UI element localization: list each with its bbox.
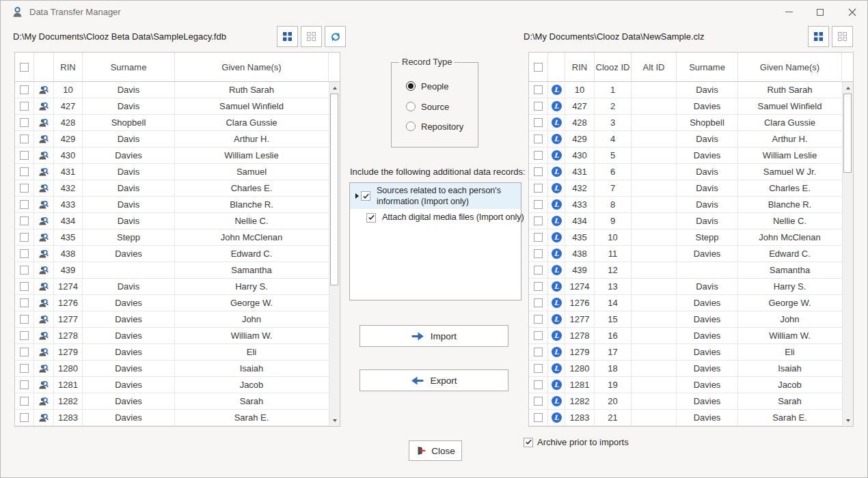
row-checkbox[interactable] [20, 85, 29, 94]
table-row[interactable]: 1278DaviesWilliam W. [15, 328, 340, 344]
table-row[interactable]: 429DavisArthur H. [15, 131, 340, 147]
table-row[interactable]: 4294DavisArthur H. [529, 131, 853, 147]
row-checkbox[interactable] [534, 233, 543, 242]
row-select-cell[interactable] [15, 377, 34, 393]
right-select-all-button[interactable] [808, 26, 829, 47]
row-checkbox[interactable] [20, 282, 29, 291]
row-checkbox[interactable] [20, 200, 29, 209]
scroll-up-button[interactable] [329, 82, 340, 94]
table-row[interactable]: 4272DaviesSamuel Winfield [529, 98, 853, 115]
row-select-cell[interactable] [15, 164, 34, 180]
row-select-cell[interactable] [15, 344, 34, 360]
row-checkbox[interactable] [534, 167, 543, 176]
table-row[interactable]: 128018DaviesIsaiah [529, 361, 853, 377]
row-checkbox[interactable] [20, 102, 29, 111]
row-checkbox[interactable] [534, 216, 543, 225]
row-select-cell[interactable] [15, 311, 34, 327]
table-row[interactable]: 1279DaviesEli [15, 344, 340, 361]
radio-source[interactable]: Source [406, 101, 449, 112]
row-checkbox[interactable] [20, 249, 29, 258]
export-button[interactable]: Export [360, 369, 508, 391]
row-checkbox[interactable] [534, 380, 543, 389]
row-checkbox[interactable] [534, 249, 543, 258]
left-refresh-button[interactable] [325, 26, 346, 47]
row-checkbox[interactable] [20, 118, 29, 127]
table-row[interactable]: 127614DaviesGeorge W. [529, 295, 853, 311]
table-row[interactable]: 127917DaviesEli [529, 344, 853, 361]
row-select-cell[interactable] [529, 279, 548, 294]
row-checkbox[interactable] [534, 364, 543, 373]
left-deselect-all-button[interactable] [301, 26, 322, 47]
table-row[interactable]: 4349DavisNellie C. [529, 213, 853, 229]
row-select-cell[interactable] [15, 229, 34, 245]
table-row[interactable]: 1281DaviesJacob [15, 377, 340, 393]
row-select-cell[interactable] [529, 197, 548, 212]
table-row[interactable]: 1274DavisHarry S. [15, 279, 340, 295]
table-row[interactable]: 128321DaviesSarah E. [529, 410, 853, 426]
table-row[interactable]: 43912Samantha [529, 262, 853, 279]
row-checkbox[interactable] [534, 200, 543, 209]
select-all-checkbox[interactable] [20, 63, 29, 72]
row-checkbox[interactable] [20, 348, 29, 356]
table-row[interactable]: 101DavisRuth Sarah [529, 82, 853, 98]
radio-circle[interactable] [406, 81, 416, 91]
left-select-all-button[interactable] [277, 26, 298, 47]
table-row[interactable]: 427DavisSamuel Winfield [15, 98, 340, 115]
row-select-cell[interactable] [529, 115, 548, 130]
row-checkbox[interactable] [20, 397, 29, 406]
row-checkbox[interactable] [20, 331, 29, 340]
row-checkbox[interactable] [20, 167, 29, 176]
row-checkbox[interactable] [534, 135, 543, 143]
radio-repository[interactable]: Repository [406, 121, 463, 132]
row-select-cell[interactable] [529, 147, 548, 163]
row-checkbox[interactable] [20, 364, 29, 373]
table-row[interactable]: 4283ShopbellClara Gussie [529, 115, 853, 131]
row-select-cell[interactable] [15, 361, 34, 376]
vertical-scrollbar[interactable] [842, 82, 853, 426]
row-checkbox[interactable] [20, 135, 29, 143]
row-checkbox[interactable] [20, 298, 29, 307]
row-select-cell[interactable] [15, 295, 34, 311]
row-checkbox[interactable] [20, 184, 29, 193]
minimize-button[interactable] [773, 1, 804, 23]
row-select-cell[interactable] [529, 180, 548, 196]
list-item-media[interactable]: Attach digital media files (Import only) [350, 209, 521, 226]
table-row[interactable]: 4327DavisCharles E. [529, 180, 853, 197]
row-checkbox[interactable] [534, 184, 543, 193]
archive-checkbox-row[interactable]: Archive prior to imports [524, 437, 629, 447]
table-row[interactable]: 4305DaviesWilliam Leslie [529, 147, 853, 164]
scroll-thumb[interactable] [843, 94, 852, 173]
row-select-cell[interactable] [529, 246, 548, 262]
row-select-cell[interactable] [15, 147, 34, 163]
table-row[interactable]: 1282DaviesSarah [15, 393, 340, 410]
row-checkbox[interactable] [20, 216, 29, 225]
row-select-cell[interactable] [15, 393, 34, 409]
row-checkbox[interactable] [534, 85, 543, 94]
table-row[interactable]: 438DaviesEdward C. [15, 246, 340, 262]
row-checkbox[interactable] [534, 413, 543, 422]
table-row[interactable]: 1280DaviesIsaiah [15, 361, 340, 377]
table-row[interactable]: 43811DaviesEdward C. [529, 246, 853, 262]
radio-people[interactable]: People [406, 81, 448, 92]
row-checkbox[interactable] [20, 151, 29, 160]
row-checkbox[interactable] [20, 315, 29, 324]
row-select-cell[interactable] [529, 393, 548, 409]
row-select-cell[interactable] [15, 82, 34, 98]
row-select-cell[interactable] [529, 229, 548, 245]
expander-icon[interactable] [355, 193, 359, 199]
row-select-cell[interactable] [15, 246, 34, 262]
list-item-sources[interactable]: Sources related to each person's informa… [350, 183, 521, 209]
row-checkbox[interactable] [534, 102, 543, 111]
table-row[interactable]: 10DavisRuth Sarah [15, 82, 340, 98]
row-select-cell[interactable] [529, 262, 548, 278]
table-row[interactable]: 1283DaviesSarah E. [15, 410, 340, 426]
row-select-cell[interactable] [15, 115, 34, 130]
row-checkbox[interactable] [534, 282, 543, 291]
row-select-cell[interactable] [15, 131, 34, 147]
row-checkbox[interactable] [20, 413, 29, 422]
radio-circle[interactable] [406, 102, 416, 111]
sources-checkbox[interactable] [361, 191, 370, 201]
row-select-cell[interactable] [529, 328, 548, 343]
row-select-cell[interactable] [529, 164, 548, 180]
table-row[interactable]: 431DavisSamuel [15, 164, 340, 180]
